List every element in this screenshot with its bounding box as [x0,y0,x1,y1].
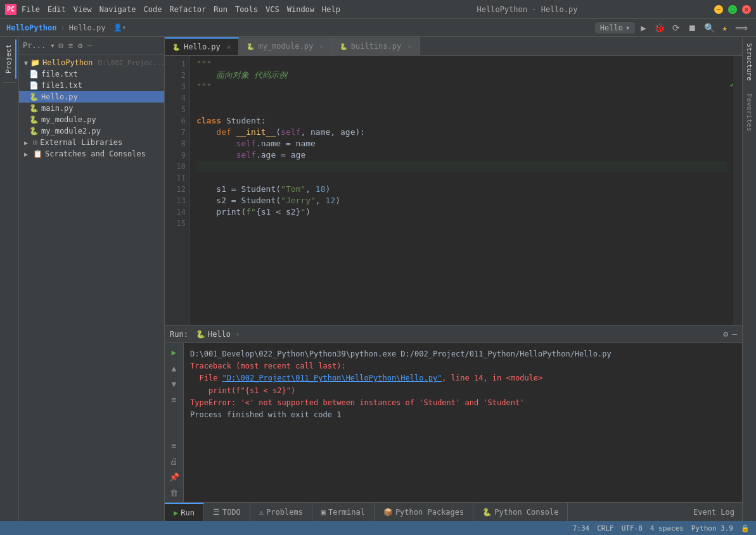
tree-item-scratches[interactable]: ▶ 📋 Scratches and Consoles [19,148,164,160]
menu-run[interactable]: Run [214,5,227,14]
tree-root-folder[interactable]: ▼ 📁 HelloPython D:\002_Projec... [19,57,164,68]
encoding-label[interactable]: UTF-8 [622,524,643,532]
run-toolbar-label: Run [181,508,195,517]
tree-item-main-py[interactable]: 🐍 main.py [19,103,164,114]
run-button[interactable]: ▶ [639,23,648,33]
run-green-button[interactable]: ▶ [170,346,179,359]
filter-icon[interactable]: ≡ [170,439,179,452]
maximize-button[interactable]: □ [728,5,737,14]
interpreter-icon: 🔒 [741,524,750,532]
menu-file[interactable]: File [22,5,40,14]
hide-panel-icon[interactable]: — [732,329,737,339]
close-button[interactable]: ✕ [742,5,751,14]
tab-hello-py[interactable]: 🐍 Hello.py ✕ [165,37,239,55]
tab-my-module[interactable]: 🐍 my_module.py ✕ [239,37,331,55]
coverage-button[interactable]: ⟳ [670,23,682,33]
code-line-5 [196,104,727,115]
tab-close-icon[interactable]: ✕ [227,43,231,51]
tab-close-icon[interactable]: ✕ [319,42,324,51]
structure-tab[interactable]: Structure [743,37,756,87]
code-line-9: self.age = age [196,149,727,161]
run-panel-tabs: Run: 🐍 Hello ✕ ⚙ — [165,325,742,343]
tab-builtins[interactable]: 🐍 builtins.py ✕ [332,37,420,55]
status-bar: 7:34 CRLF UTF-8 4 spaces Python 3.9 🔒 [0,521,756,535]
tree-item-label: my_module2.py [41,127,101,135]
status-bar-right: 7:34 CRLF UTF-8 4 spaces Python 3.9 🔒 [573,524,750,532]
menu-help[interactable]: Help [322,5,340,14]
breadcrumb-file[interactable]: Hello.py [69,23,106,32]
run-controls[interactable]: Hello ▾ ▶ 🐞 ⟳ ⏹ 🔍 ★ ⟹ [595,22,750,34]
collapse-all-icon[interactable]: ⊟ [58,40,65,51]
txt-icon: 📄 [29,81,39,90]
wrap-text-icon[interactable]: ≡ [170,393,179,406]
print-icon[interactable]: 🖨 [168,455,180,468]
scroll-up-button[interactable]: ▲ [170,362,179,375]
tree-item-label: main.py [41,104,74,113]
settings-gear-icon[interactable]: ⚙ [723,329,728,339]
tree-item-file1-txt[interactable]: 📄 file1.txt [19,80,164,91]
debug-button[interactable]: 🐞 [652,23,667,33]
run-tab-close[interactable]: ✕ [236,330,240,337]
problems-toolbar-label: Problems [266,508,303,517]
favorites-tab[interactable]: Favorites [743,87,756,138]
stop-button[interactable]: ⏹ [686,23,698,33]
minimize-button[interactable]: — [714,5,723,14]
menu-bar[interactable]: File Edit View Navigate Code Refactor Ru… [22,5,340,14]
indent-label[interactable]: 4 spaces [650,524,684,532]
scroll-down-button[interactable]: ▼ [170,377,179,391]
pin-icon[interactable]: 📌 [167,470,181,484]
bookmark-button[interactable]: ★ [721,23,729,33]
tree-item-hello-py[interactable]: 🐍 Hello.py [19,91,164,103]
menu-tools[interactable]: Tools [235,5,258,14]
menu-window[interactable]: Window [287,5,314,14]
editor-scrollbar[interactable] [733,56,742,325]
toolbar-tab-python-packages[interactable]: 📦 Python Packages [375,503,473,521]
trash-icon[interactable]: 🗑 [168,486,180,500]
run-config-selector[interactable]: Hello ▾ [595,22,635,34]
tree-item-external-libraries[interactable]: ▶ ⊞ External Libraries [19,137,164,148]
window-controls[interactable]: — □ ✕ [714,5,751,14]
settings-icon[interactable]: ⚙ [77,40,84,51]
run-panel-controls[interactable]: ⚙ — [723,329,737,339]
forward-button[interactable]: ⟹ [733,23,750,33]
event-log-button[interactable]: Event Log [686,508,742,517]
run-tab[interactable]: 🐍 Hello ✕ [191,330,245,339]
menu-code[interactable]: Code [144,5,162,14]
language-label[interactable]: Python 3.9 [691,524,733,532]
tab-close-icon[interactable]: ✕ [407,42,412,51]
sidebar-item-project[interactable]: Project [2,39,16,79]
tab-hello-py-label: Hello.py [184,42,221,51]
menu-refactor[interactable]: Refactor [169,5,206,14]
menu-edit[interactable]: Edit [48,5,66,14]
breadcrumb-project[interactable]: HelloPython [6,23,56,32]
right-side-tabs: Structure Favorites [742,37,756,521]
tree-item-file-txt[interactable]: 📄 file.txt [19,68,164,80]
line-separator[interactable]: CRLF [597,524,614,532]
close-panel-icon[interactable]: — [86,40,93,51]
toolbar-tab-terminal[interactable]: ▣ Terminal [312,503,375,521]
code-line-4 [196,92,727,104]
file-link[interactable]: "D:\002_Project\011_Python\HelloPython\H… [222,374,442,382]
user-icon: 👤▾ [113,23,127,32]
tree-item-mymodule2-py[interactable]: 🐍 my_module2.py [19,125,164,137]
menu-view[interactable]: View [74,5,92,14]
toolbar-tab-python-console[interactable]: 🐍 Python Console [473,503,568,521]
arrow-icon: ▼ [24,60,28,66]
editor-main: 🐍 Hello.py ✕ 🐍 my_module.py ✕ 🐍 builtins… [165,37,742,521]
code-editor[interactable]: 12345 678910 1112131415 """ 面向对象 代码示例 ""… [165,56,742,325]
toolbar-tab-todo[interactable]: ☰ TODO [204,503,250,521]
expand-icon[interactable]: ≡ [67,40,74,51]
search-button[interactable]: 🔍 [702,23,717,33]
output-line-file: File "D:\002_Project\011_Python\HelloPyt… [190,372,736,384]
problems-icon: ⚠ [259,508,264,517]
code-content[interactable]: """ 面向对象 代码示例 """ class Student: def __i… [190,56,733,325]
toolbar-tab-run[interactable]: ▶ Run [165,503,204,521]
toolbar-tab-problems[interactable]: ⚠ Problems [250,503,312,521]
run-tab-icon: 🐍 [196,330,205,339]
tree-item-mymodule-py[interactable]: 🐍 my_module.py [19,114,164,125]
console-icon: 🐍 [482,508,492,517]
code-line-6: class Student: [196,115,727,127]
menu-navigate[interactable]: Navigate [99,5,136,14]
menu-vcs[interactable]: VCS [266,5,279,14]
cursor-position[interactable]: 7:34 [573,524,590,532]
